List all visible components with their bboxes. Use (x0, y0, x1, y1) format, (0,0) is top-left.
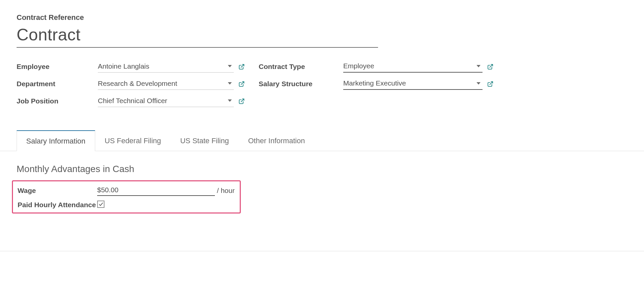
employee-value: Antoine Langlais (98, 62, 149, 70)
contract-type-select[interactable]: Employee (343, 61, 483, 73)
tab-us-federal-filing[interactable]: US Federal Filing (95, 130, 171, 151)
tab-salary-information[interactable]: Salary Information (17, 130, 95, 151)
chevron-down-icon (228, 99, 232, 102)
external-link-icon[interactable] (487, 81, 493, 87)
right-column: Contract Type Employee Salary Structure … (259, 60, 497, 112)
svg-line-1 (241, 82, 244, 85)
salary-structure-label: Salary Structure (259, 80, 343, 88)
employee-label: Employee (17, 63, 98, 71)
wage-label: Wage (18, 187, 97, 195)
paid-hourly-checkbox[interactable] (97, 201, 104, 208)
bottom-divider (0, 251, 644, 251)
svg-line-4 (490, 82, 493, 85)
tab-other-information[interactable]: Other Information (238, 130, 314, 151)
salary-structure-value: Marketing Executive (343, 79, 406, 87)
tab-us-state-filing[interactable]: US State Filing (170, 130, 238, 151)
external-link-icon[interactable] (238, 64, 245, 70)
tab-content-salary: Monthly Advantages in Cash Wage / hour P… (17, 151, 627, 213)
contract-reference-label: Contract Reference (17, 13, 627, 22)
contract-type-value-wrap: Employee (343, 61, 493, 73)
wage-row: Wage / hour (18, 185, 235, 197)
left-column: Employee Antoine Langlais Department Res… (17, 60, 249, 112)
job-position-value: Chief Technical Officer (98, 97, 167, 105)
section-title: Monthly Advantages in Cash (17, 164, 627, 174)
chevron-down-icon (477, 65, 481, 67)
field-contract-type: Contract Type Employee (259, 60, 497, 73)
salary-structure-value-wrap: Marketing Executive (343, 78, 493, 90)
field-employee: Employee Antoine Langlais (17, 60, 249, 73)
department-value-wrap: Research & Development (98, 78, 245, 90)
title-row: Contract (17, 25, 378, 48)
paid-hourly-label: Paid Hourly Attendance (18, 200, 97, 210)
department-label: Department (17, 80, 98, 88)
external-link-icon[interactable] (238, 98, 245, 104)
salary-structure-select[interactable]: Marketing Executive (343, 78, 483, 90)
contract-type-label: Contract Type (259, 63, 343, 71)
chevron-down-icon (228, 65, 232, 67)
job-position-label: Job Position (17, 97, 98, 105)
job-position-select[interactable]: Chief Technical Officer (98, 95, 234, 107)
field-job-position: Job Position Chief Technical Officer (17, 95, 249, 107)
department-value: Research & Development (98, 80, 177, 88)
field-department: Department Research & Development (17, 78, 249, 90)
chevron-down-icon (477, 82, 481, 85)
job-position-value-wrap: Chief Technical Officer (98, 95, 245, 107)
tabs: Salary Information US Federal Filing US … (0, 130, 644, 151)
form-sheet: Contract Reference Contract Employee Ant… (0, 0, 644, 213)
page-title[interactable]: Contract (17, 25, 378, 44)
paid-hourly-row: Paid Hourly Attendance (18, 198, 235, 210)
wage-input[interactable] (97, 185, 215, 196)
external-link-icon[interactable] (487, 64, 493, 70)
svg-line-2 (241, 99, 244, 102)
field-salary-structure: Salary Structure Marketing Executive (259, 78, 497, 90)
external-link-icon[interactable] (238, 81, 245, 87)
field-columns: Employee Antoine Langlais Department Res… (17, 60, 627, 112)
wage-suffix: / hour (217, 187, 235, 195)
employee-value-wrap: Antoine Langlais (98, 61, 245, 73)
chevron-down-icon (228, 82, 232, 85)
highlight-box: Wage / hour Paid Hourly Attendance (12, 180, 241, 213)
employee-select[interactable]: Antoine Langlais (98, 61, 234, 73)
svg-line-0 (241, 64, 244, 67)
svg-line-3 (490, 64, 493, 67)
department-select[interactable]: Research & Development (98, 78, 234, 90)
contract-type-value: Employee (343, 62, 374, 70)
